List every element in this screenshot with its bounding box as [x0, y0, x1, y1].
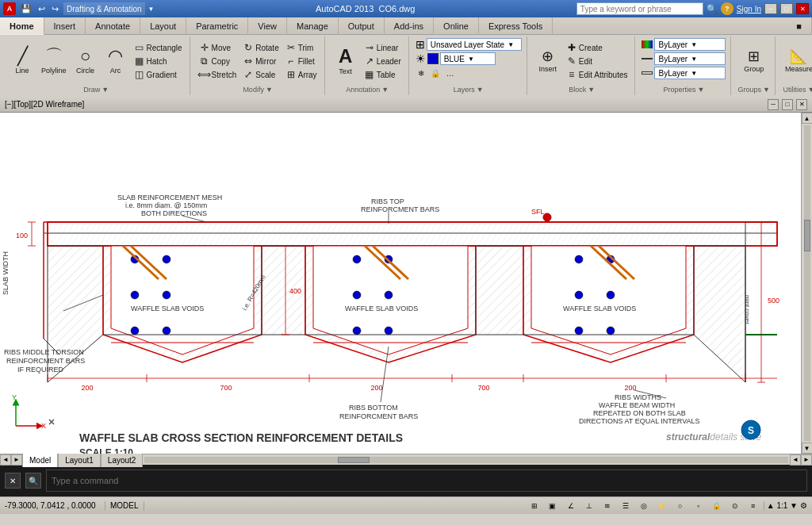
lw-toggle[interactable]: ○: [672, 500, 688, 512]
layer-state-dropdown[interactable]: Unsaved Layer State ▼: [427, 38, 522, 51]
command-close-button[interactable]: ✕: [5, 473, 21, 489]
edit-attributes-button[interactable]: ≡Edit Attributes: [564, 68, 630, 81]
bylayer2-dropdown[interactable]: ByLayer ▼: [654, 52, 726, 65]
v-scroll-track[interactable]: [804, 125, 810, 441]
workspace-arrow[interactable]: ▼: [148, 6, 155, 13]
gradient-button[interactable]: ◫Gradient: [132, 68, 185, 81]
h-scroll-track[interactable]: [144, 457, 788, 463]
qp-toggle[interactable]: 🔒: [709, 500, 725, 512]
scale-button[interactable]: ⤢Scale: [240, 68, 281, 81]
draw-dialog-arrow[interactable]: ▼: [102, 86, 109, 94]
bylayer3-dropdown[interactable]: ByLayer ▼: [654, 67, 726, 79]
command-input[interactable]: [52, 476, 802, 485]
measure-button[interactable]: 📐 Measure: [782, 40, 812, 82]
array-button[interactable]: ⊞Array: [283, 68, 320, 81]
modify-dialog-arrow[interactable]: ▼: [266, 86, 273, 94]
tab-annotate[interactable]: Annotate: [86, 17, 140, 35]
tab-layout1[interactable]: Layout1: [58, 453, 101, 467]
tab-manage[interactable]: Manage: [287, 17, 339, 35]
polyline-button[interactable]: ⌒ Polyline: [38, 40, 70, 82]
annotation-dialog-arrow[interactable]: ▼: [381, 86, 389, 94]
utilities-dialog-arrow[interactable]: ▼: [807, 86, 812, 94]
maximize-button[interactable]: □: [780, 3, 793, 14]
text-button[interactable]: A Text: [331, 40, 360, 82]
osnap-toggle[interactable]: ≋: [599, 500, 615, 512]
quick-access-undo[interactable]: ↩: [36, 4, 47, 14]
search-icon[interactable]: 🔍: [707, 4, 718, 14]
leader-button[interactable]: ↗Leader: [362, 55, 404, 67]
scroll-up-button[interactable]: ▲: [802, 113, 813, 124]
table-button[interactable]: ▦Table: [362, 68, 404, 81]
trim-button[interactable]: ✂Trim: [283, 41, 320, 54]
line-button[interactable]: ╱ Line: [8, 40, 36, 82]
layer-more-button[interactable]: …: [444, 67, 457, 79]
tp-toggle[interactable]: ▫: [691, 500, 707, 512]
bylayer1-dropdown[interactable]: ByLayer ▼: [654, 38, 726, 51]
tab-online[interactable]: Online: [434, 17, 479, 35]
rotate-button[interactable]: ↻Rotate: [240, 41, 281, 54]
h-scroll-thumb[interactable]: [338, 457, 370, 463]
viewport-restore[interactable]: □: [782, 99, 793, 110]
ducs-toggle[interactable]: ◎: [636, 500, 652, 512]
linear-button[interactable]: ⊸Linear: [362, 41, 404, 54]
properties-dialog-arrow[interactable]: ▼: [698, 86, 705, 94]
quick-access-redo[interactable]: ↪: [50, 4, 60, 14]
arc-button[interactable]: ◠ Arc: [102, 40, 130, 82]
snap-toggle[interactable]: ▣: [545, 500, 561, 512]
tab-addins[interactable]: Add-ins: [385, 17, 434, 35]
tab-model[interactable]: Model: [22, 453, 58, 467]
scroll-left-nav[interactable]: ◄: [0, 454, 11, 466]
viewport-close[interactable]: ✕: [796, 99, 807, 110]
polar-toggle[interactable]: ⊥: [581, 500, 597, 512]
fillet-button[interactable]: ⌐Fillet: [283, 55, 320, 67]
group-button[interactable]: ⊞ Group: [740, 40, 768, 82]
insert-button[interactable]: ⊕ Insert: [534, 40, 562, 82]
circle-button[interactable]: ○ Circle: [71, 40, 100, 82]
layer-color-dropdown[interactable]: BLUE ▼: [440, 52, 496, 65]
tab-view[interactable]: View: [248, 17, 287, 35]
edit-button[interactable]: ✎Edit: [564, 55, 630, 67]
minimize-button[interactable]: ─: [764, 3, 777, 14]
settings-icon[interactable]: ⚙: [800, 501, 807, 510]
scroll-right-nav[interactable]: ►: [11, 454, 22, 466]
tab-layout2[interactable]: Layout2: [101, 453, 144, 467]
horizontal-scrollbar[interactable]: ◄ ► Model Layout1 Layout2 ◄ ►: [0, 454, 812, 465]
groups-dialog-arrow[interactable]: ▼: [763, 86, 770, 94]
viewport-minimize[interactable]: ─: [768, 99, 779, 110]
tab-insert[interactable]: Insert: [44, 17, 86, 35]
command-search-button[interactable]: 🔍: [25, 473, 41, 489]
layer-lock-button[interactable]: 🔒: [428, 67, 442, 79]
tab-express-tools[interactable]: Express Tools: [479, 17, 553, 35]
workspace-dropdown[interactable]: Drafting & Annotation: [63, 2, 145, 15]
scroll-left-button[interactable]: ◄: [790, 454, 801, 466]
scroll-right-button[interactable]: ►: [801, 454, 812, 466]
ortho-toggle[interactable]: ∠: [563, 500, 579, 512]
tab-parametric[interactable]: Parametric: [186, 17, 248, 35]
drawing-viewport[interactable]: SFL 200 700 200 700 200 100: [0, 113, 801, 454]
command-input-area[interactable]: [46, 469, 807, 492]
search-input[interactable]: [576, 2, 703, 15]
layer-freeze-button[interactable]: ❄: [416, 67, 427, 79]
block-dialog-arrow[interactable]: ▼: [588, 86, 595, 94]
sc-toggle[interactable]: ⊙: [727, 500, 743, 512]
mirror-button[interactable]: ⇔Mirror: [240, 55, 281, 67]
scroll-down-button[interactable]: ▼: [802, 443, 813, 454]
layers-dialog-arrow[interactable]: ▼: [477, 86, 484, 94]
quick-access-save[interactable]: 💾: [19, 4, 33, 14]
dyn-toggle[interactable]: ⚡: [654, 500, 670, 512]
tab-panel-toggle[interactable]: ■: [787, 17, 812, 35]
tab-output[interactable]: Output: [339, 17, 385, 35]
rectangle-button[interactable]: ▭Rectangle: [132, 41, 185, 54]
hatch-button[interactable]: ▦Hatch: [132, 55, 185, 67]
signin-link[interactable]: Sign In: [737, 5, 761, 13]
move-button[interactable]: ✛Move: [197, 41, 239, 54]
tab-home[interactable]: Home: [0, 17, 44, 35]
copy-button[interactable]: ⧉Copy: [197, 55, 239, 67]
create-button[interactable]: ✚Create: [564, 41, 630, 54]
am-toggle[interactable]: ≡: [745, 500, 761, 512]
help-icon[interactable]: ?: [721, 2, 733, 15]
tab-layout[interactable]: Layout: [140, 17, 186, 35]
stretch-button[interactable]: ⟺Stretch: [197, 68, 239, 81]
vertical-scrollbar[interactable]: ▲ ▼: [801, 113, 812, 454]
v-scroll-thumb[interactable]: [804, 220, 810, 251]
